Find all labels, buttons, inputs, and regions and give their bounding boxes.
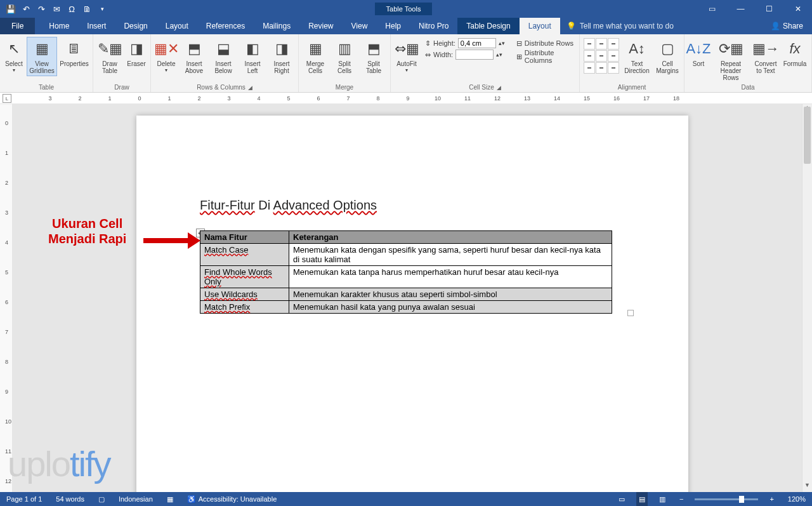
undo-icon[interactable]: ↶ xyxy=(19,2,33,16)
accessibility-status[interactable]: ♿ Accessibility: Unavailable xyxy=(185,492,280,506)
tab-help[interactable]: Help xyxy=(376,18,410,34)
tab-design[interactable]: Design xyxy=(115,18,156,34)
draw-table-button[interactable]: ✎▦ Draw Table xyxy=(96,37,124,76)
table-cell[interactable]: Menemukan karakter khusus atau seperti s… xyxy=(289,288,612,301)
properties-button[interactable]: 🗏 Properties xyxy=(58,37,90,69)
align-tr[interactable] xyxy=(608,38,619,50)
new-doc-icon[interactable]: 🗎 xyxy=(80,2,94,16)
email-icon[interactable]: ✉ xyxy=(49,2,63,16)
ribbon-display-icon[interactable]: ▭ xyxy=(698,0,726,18)
ribbon-tabs: File Home Insert Design Layout Reference… xyxy=(0,18,812,34)
read-mode-icon[interactable]: ▭ xyxy=(616,492,627,506)
align-mr[interactable] xyxy=(608,50,619,62)
zoom-in-icon[interactable]: + xyxy=(767,492,776,506)
group-table: ↖ Select ▾ ▦ View Gridlines 🗏 Properties… xyxy=(0,34,93,92)
print-layout-icon[interactable]: ▤ xyxy=(636,492,648,506)
insert-left-button[interactable]: ◧ Insert Left xyxy=(239,37,266,76)
text-direction-button[interactable]: A↕ Text Direction xyxy=(622,37,652,76)
scroll-down-icon[interactable]: ▼ xyxy=(802,482,812,492)
align-br[interactable] xyxy=(608,62,619,74)
qat-customize-icon[interactable]: ▾ xyxy=(95,2,109,16)
table-cell[interactable]: Menemukan kata tanpa harus memperhatikan… xyxy=(289,266,612,288)
insert-above-button[interactable]: ⬒ Insert Above xyxy=(180,37,208,76)
distribute-columns-button[interactable]: ⊞ Distribute Columns xyxy=(514,50,577,63)
eraser-icon: ◨ xyxy=(130,39,143,59)
merge-cells-button[interactable]: ▦ Merge Cells xyxy=(301,37,329,76)
align-bl[interactable] xyxy=(584,62,595,74)
dialog-launcher-icon[interactable]: ◢ xyxy=(497,84,501,91)
delete-button[interactable]: ▦✕ Delete ▾ xyxy=(154,37,179,75)
omega-icon[interactable]: Ω xyxy=(65,2,79,16)
align-tc[interactable] xyxy=(596,38,607,50)
spellcheck-icon[interactable]: ▢ xyxy=(96,492,107,506)
repeat-header-button[interactable]: ⟳▦ Repeat Header Rows xyxy=(711,37,750,83)
distribute-rows-icon: ⊟ xyxy=(516,39,522,48)
table-cell[interactable]: Menemukan hasil kata yang punya awalan s… xyxy=(289,301,612,314)
view-gridlines-button[interactable]: ▦ View Gridlines xyxy=(27,37,57,76)
convert-to-text-button[interactable]: ▦→ Convert to Text xyxy=(752,37,780,76)
table-header[interactable]: Nama Fitur xyxy=(200,231,289,244)
eraser-button[interactable]: ◨ Eraser xyxy=(125,37,148,69)
insert-right-icon: ◨ xyxy=(275,39,289,59)
autofit-button[interactable]: ⇔▦ AutoFit ▾ xyxy=(393,37,420,75)
tab-mailings[interactable]: Mailings xyxy=(254,18,299,34)
height-input[interactable] xyxy=(458,38,496,48)
feature-table[interactable]: Nama Fitur Keterangan Match Case Menemuk… xyxy=(200,230,612,314)
horizontal-ruler[interactable]: L 3210123456789101112131415161718 xyxy=(0,93,812,104)
zoom-thumb[interactable] xyxy=(739,496,744,503)
tab-insert[interactable]: Insert xyxy=(78,18,115,34)
select-button[interactable]: ↖ Select ▾ xyxy=(3,37,25,75)
width-input[interactable] xyxy=(455,50,494,60)
formula-button[interactable]: fx Formula xyxy=(781,37,809,69)
table-cell[interactable]: Match Prefix xyxy=(200,301,289,314)
language-status[interactable]: Indonesian xyxy=(116,492,155,506)
zoom-slider[interactable] xyxy=(695,498,758,500)
share-button[interactable]: 👤 Share xyxy=(762,18,812,34)
cell-margins-button[interactable]: ▢ Cell Margins xyxy=(653,37,681,76)
document-title[interactable]: Fitur-Fitur Di Advanced Options xyxy=(200,198,625,213)
tab-nitro[interactable]: Nitro Pro xyxy=(410,18,457,34)
table-header[interactable]: Keterangan xyxy=(289,231,612,244)
zoom-out-icon[interactable]: − xyxy=(677,492,686,506)
table-cell[interactable]: Find Whole Words Only xyxy=(200,266,289,288)
minimize-icon[interactable]: — xyxy=(726,0,755,18)
tab-home[interactable]: Home xyxy=(40,18,78,34)
tab-selector[interactable]: L xyxy=(3,94,11,103)
page-count[interactable]: Page 1 of 1 xyxy=(4,492,44,506)
table-resize-handle-icon[interactable] xyxy=(627,310,634,316)
table-cell[interactable]: Match Case xyxy=(200,244,289,266)
dialog-launcher-icon[interactable]: ◢ xyxy=(248,84,252,91)
tab-view[interactable]: View xyxy=(343,18,377,34)
tab-table-layout[interactable]: Layout xyxy=(520,18,560,34)
align-mc[interactable] xyxy=(596,50,607,62)
tab-table-design[interactable]: Table Design xyxy=(457,18,519,34)
tab-review[interactable]: Review xyxy=(299,18,342,34)
vertical-ruler[interactable]: 0123456789101112 xyxy=(0,104,13,492)
redo-icon[interactable]: ↷ xyxy=(34,2,48,16)
insert-below-button[interactable]: ⬓ Insert Below xyxy=(209,37,237,76)
scrollbar-thumb[interactable] xyxy=(804,107,811,164)
macro-icon[interactable]: ▦ xyxy=(164,492,176,506)
tell-me-search[interactable]: 💡 Tell me what you want to do xyxy=(566,18,674,34)
split-table-button[interactable]: ⬒ Split Table xyxy=(360,37,388,76)
align-tl[interactable] xyxy=(584,38,595,50)
tab-file[interactable]: File xyxy=(0,18,35,34)
document-scroll[interactable]: Fitur-Fitur Di Advanced Options ✥ Nama F… xyxy=(13,104,812,492)
save-icon[interactable]: 💾 xyxy=(4,2,18,16)
zoom-level[interactable]: 120% xyxy=(785,492,808,506)
vertical-scrollbar[interactable]: ▲ ▼ xyxy=(802,104,812,492)
distribute-rows-button[interactable]: ⊟ Distribute Rows xyxy=(514,37,577,50)
split-cells-button[interactable]: ▥ Split Cells xyxy=(331,37,358,76)
maximize-icon[interactable]: ☐ xyxy=(755,0,783,18)
insert-right-button[interactable]: ◨ Insert Right xyxy=(268,37,296,76)
table-cell[interactable]: Menemukan kata dengan spesifik yang sama… xyxy=(289,244,612,266)
tab-references[interactable]: References xyxy=(197,18,254,34)
web-layout-icon[interactable]: ▥ xyxy=(657,492,668,506)
align-bc[interactable] xyxy=(596,62,607,74)
align-ml[interactable] xyxy=(584,50,595,62)
word-count[interactable]: 54 words xyxy=(53,492,87,506)
tab-layout[interactable]: Layout xyxy=(157,18,197,34)
sort-button[interactable]: A↓Z Sort xyxy=(687,37,710,69)
table-cell[interactable]: Use Wildcards xyxy=(200,288,289,301)
close-icon[interactable]: ✕ xyxy=(783,0,812,18)
